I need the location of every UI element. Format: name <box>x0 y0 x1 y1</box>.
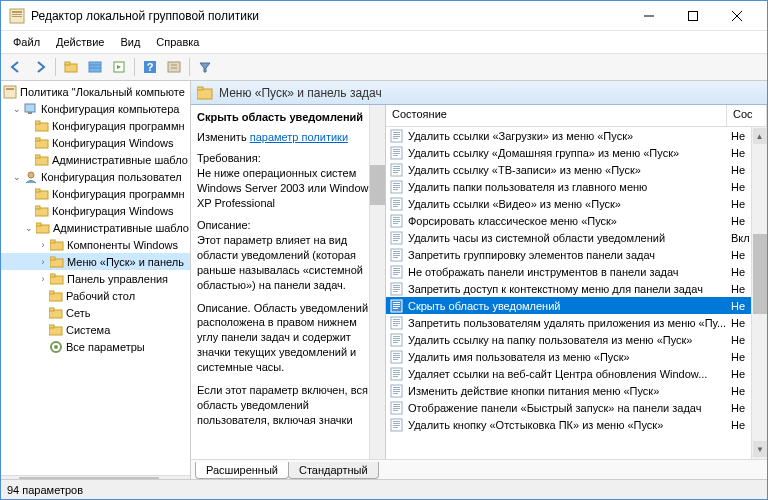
desc-vscroll[interactable] <box>369 105 385 459</box>
tree-item[interactable]: Административные шабло <box>1 151 190 168</box>
chevron-down-icon[interactable]: ⌄ <box>23 222 35 234</box>
menu-action[interactable]: Действие <box>48 34 112 50</box>
policy-row[interactable]: Изменить действие кнопки питания меню «П… <box>386 382 767 399</box>
policy-list[interactable]: Удалить ссылки «Загрузки» из меню «Пуск»… <box>386 127 767 459</box>
chevron-down-icon[interactable]: ⌄ <box>11 171 23 183</box>
policy-row[interactable]: Удалить ссылку «Домашняя группа» из меню… <box>386 144 767 161</box>
svg-rect-110 <box>393 323 400 324</box>
edit-policy-link[interactable]: параметр политики <box>250 131 348 143</box>
svg-rect-78 <box>393 217 400 218</box>
col-state[interactable]: Состояние <box>386 105 727 126</box>
policy-row[interactable]: Удаляет ссылки на веб-сайт Центра обновл… <box>386 365 767 382</box>
scroll-up-icon[interactable]: ▲ <box>753 128 767 144</box>
back-button[interactable] <box>5 56 27 78</box>
svg-rect-123 <box>393 370 400 371</box>
policy-row[interactable]: Удалить имя пользователя из меню «Пуск»Н… <box>386 348 767 365</box>
svg-point-49 <box>54 345 58 349</box>
policy-row[interactable]: Запретить группировку элементов панели з… <box>386 246 767 263</box>
scroll-thumb[interactable] <box>753 234 767 314</box>
col-cfg[interactable]: Сос <box>727 105 767 126</box>
tree-item[interactable]: Конфигурация Windows <box>1 202 190 219</box>
svg-rect-119 <box>393 355 400 356</box>
policy-row[interactable]: Скрыть область уведомленийНе <box>386 297 767 314</box>
svg-rect-104 <box>393 304 400 305</box>
tree-item-selected[interactable]: ›Меню «Пуск» и панель <box>1 253 190 270</box>
menu-file[interactable]: Файл <box>5 34 48 50</box>
svg-rect-39 <box>50 257 55 260</box>
filter-button[interactable] <box>194 56 216 78</box>
svg-rect-126 <box>393 376 398 377</box>
minimize-button[interactable] <box>627 2 671 30</box>
close-button[interactable] <box>715 2 759 30</box>
svg-rect-103 <box>393 302 400 303</box>
folder-button[interactable] <box>60 56 82 78</box>
policy-row[interactable]: Удалить папки пользователя из главного м… <box>386 178 767 195</box>
policy-row[interactable]: Отображение панели «Быстрый запуск» на п… <box>386 399 767 416</box>
tree-label: Конфигурация программн <box>52 120 185 132</box>
policy-row[interactable]: Запретить доступ к контекстному меню для… <box>386 280 767 297</box>
menu-help[interactable]: Справка <box>148 34 207 50</box>
nav-tree[interactable]: Политика "Локальный компьюте ⌄ Конфигура… <box>1 81 191 479</box>
policy-icon <box>390 265 404 279</box>
policy-row[interactable]: Не отображать панели инструментов в пане… <box>386 263 767 280</box>
svg-rect-24 <box>35 121 40 124</box>
tree-comp-cfg[interactable]: ⌄ Конфигурация компьютера <box>1 100 190 117</box>
svg-rect-81 <box>393 223 398 224</box>
policy-row[interactable]: Удалить кнопку «Отстыковка ПК» из меню «… <box>386 416 767 433</box>
policy-icon <box>390 231 404 245</box>
tree-item[interactable]: Конфигурация программн <box>1 185 190 202</box>
policy-row[interactable]: Удалить часы из системной области уведом… <box>386 229 767 246</box>
help-button[interactable]: ? <box>139 56 161 78</box>
grid-vscroll[interactable]: ▲ ▼ <box>751 127 767 459</box>
svg-rect-94 <box>393 270 400 271</box>
chevron-right-icon[interactable]: › <box>37 239 49 251</box>
maximize-button[interactable] <box>671 2 715 30</box>
tree-item[interactable]: ›Панель управления <box>1 270 190 287</box>
properties-button[interactable] <box>163 56 185 78</box>
tree-item[interactable]: Сеть <box>1 304 190 321</box>
policy-row[interactable]: Удалить ссылки «Видео» из меню «Пуск»Не <box>386 195 767 212</box>
forward-button[interactable] <box>29 56 51 78</box>
scroll-down-icon[interactable]: ▼ <box>753 441 767 457</box>
policy-row[interactable]: Удалить ссылки «Загрузки» из меню «Пуск»… <box>386 127 767 144</box>
tree-item[interactable]: Конфигурация программн <box>1 117 190 134</box>
svg-rect-63 <box>393 166 400 167</box>
tree-root[interactable]: Политика "Локальный компьюте <box>1 83 190 100</box>
tree-hscroll[interactable] <box>1 475 190 479</box>
export-button[interactable] <box>108 56 130 78</box>
svg-rect-69 <box>393 185 400 186</box>
svg-rect-64 <box>393 168 400 169</box>
tree-item[interactable]: Рабочий стол <box>1 287 190 304</box>
svg-rect-128 <box>393 387 400 388</box>
policy-name: Отображение панели «Быстрый запуск» на п… <box>408 402 701 414</box>
tree-item[interactable]: Система <box>1 321 190 338</box>
policy-row[interactable]: Форсировать классическое меню «Пуск»Не <box>386 212 767 229</box>
chevron-right-icon[interactable]: › <box>37 256 49 268</box>
chevron-right-icon[interactable]: › <box>37 273 49 285</box>
svg-rect-54 <box>393 134 400 135</box>
svg-rect-134 <box>393 406 400 407</box>
policy-row[interactable]: Удалить ссылку на папку пользователя из … <box>386 331 767 348</box>
svg-rect-73 <box>393 200 400 201</box>
svg-rect-105 <box>393 306 400 307</box>
tab-standard[interactable]: Стандартный <box>288 462 379 479</box>
tree-label: Меню «Пуск» и панель <box>67 256 184 268</box>
tree-item[interactable]: Конфигурация Windows <box>1 134 190 151</box>
tree-item[interactable]: ⌄Административные шабло <box>1 219 190 236</box>
svg-rect-47 <box>49 325 54 328</box>
tree-item[interactable]: Все параметры <box>1 338 190 355</box>
tree-user-cfg[interactable]: ⌄ Конфигурация пользовател <box>1 168 190 185</box>
list-button[interactable] <box>84 56 106 78</box>
menu-view[interactable]: Вид <box>112 34 148 50</box>
policy-icon <box>390 214 404 228</box>
tree-label: Конфигурация программн <box>52 188 185 200</box>
app-icon <box>9 8 25 24</box>
svg-rect-3 <box>12 16 22 17</box>
svg-rect-51 <box>197 87 203 90</box>
policy-row[interactable]: Удалить ссылку «ТВ-записи» из меню «Пуск… <box>386 161 767 178</box>
chevron-down-icon[interactable]: ⌄ <box>11 103 23 115</box>
policy-row[interactable]: Запретить пользователям удалять приложен… <box>386 314 767 331</box>
tab-extended[interactable]: Расширенный <box>195 462 289 479</box>
tree-item[interactable]: ›Компоненты Windows <box>1 236 190 253</box>
svg-rect-65 <box>393 170 400 171</box>
